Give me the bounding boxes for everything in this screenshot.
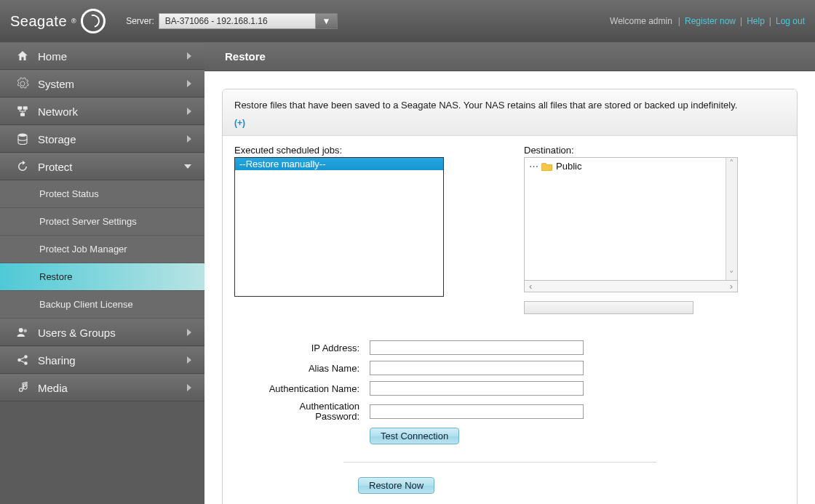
auth-name-label: Authentication Name: xyxy=(234,383,364,394)
home-icon xyxy=(16,49,29,63)
chevron-right-icon xyxy=(187,80,191,87)
ip-address-label: IP Address: xyxy=(234,343,364,353)
restore-panel: Restore files that have been saved to a … xyxy=(222,89,798,504)
server-select[interactable]: BA-371066 - 192.168.1.16 ▼ xyxy=(159,13,338,29)
sidebar-item-label: Users & Groups xyxy=(38,327,178,339)
users-icon xyxy=(16,326,29,339)
sidebar-item-label: Sharing xyxy=(38,354,178,367)
sidebar-subitem-label: Protect Status xyxy=(39,188,99,199)
destination-path-readout xyxy=(524,301,693,314)
auth-name-input[interactable] xyxy=(370,381,584,396)
sidebar-subitem-label: Protect Server Settings xyxy=(39,216,137,227)
sidebar-item-home[interactable]: Home xyxy=(0,42,204,70)
svg-rect-1 xyxy=(23,106,28,110)
tree-node-label: Public xyxy=(556,161,581,172)
panel-header: Restore files that have been saved to a … xyxy=(223,89,797,136)
sidebar-subitem-label: Restore xyxy=(39,271,73,282)
sidebar-subitem-protect-status[interactable]: Protect Status xyxy=(0,180,204,208)
brand-logo: Seagate® xyxy=(10,9,106,33)
sidebar-item-label: Storage xyxy=(38,133,178,145)
sidebar-subitem-label: Backup Client License xyxy=(39,299,133,310)
tree-node-public[interactable]: ⋯ Public xyxy=(529,161,721,172)
svg-point-8 xyxy=(24,361,28,365)
alias-name-input[interactable] xyxy=(370,361,584,375)
tree-vertical-scrollbar[interactable]: ˄ ˅ xyxy=(725,158,737,280)
svg-rect-0 xyxy=(17,106,22,110)
restore-now-button[interactable]: Restore Now xyxy=(358,477,434,494)
server-label: Server: xyxy=(126,16,154,26)
test-connection-button[interactable]: Test Connection xyxy=(370,428,459,444)
logout-link[interactable]: Log out xyxy=(776,16,805,26)
register-link[interactable]: Register now xyxy=(685,16,736,26)
sidebar-item-label: System xyxy=(38,78,178,90)
list-item-restore-manually[interactable]: --Restore manually-- xyxy=(235,158,443,170)
tree-horizontal-scrollbar[interactable]: ‹ › xyxy=(524,281,738,292)
page-title: Restore xyxy=(225,50,266,63)
sidebar-item-label: Protect xyxy=(38,161,175,173)
chevron-down-icon xyxy=(184,164,191,169)
top-links: Welcome admin | Register now | Help | Lo… xyxy=(610,16,805,26)
scheduled-jobs-listbox[interactable]: --Restore manually-- xyxy=(234,157,444,297)
page-title-bar: Restore xyxy=(204,42,815,71)
jobs-label: Executed scheduled jobs: xyxy=(234,145,444,156)
sidebar-subitem-label: Protect Job Manager xyxy=(39,244,127,255)
server-select-value: BA-371066 - 192.168.1.16 xyxy=(159,13,316,29)
svg-rect-2 xyxy=(20,113,25,116)
chevron-down-icon[interactable]: ▼ xyxy=(316,13,338,29)
gear-icon xyxy=(16,77,29,90)
sidebar-item-network[interactable]: Network xyxy=(0,97,204,125)
brand-name: Seagate xyxy=(10,13,67,30)
scroll-left-icon[interactable]: ‹ xyxy=(529,281,532,292)
sidebar-item-sharing[interactable]: Sharing xyxy=(0,346,204,374)
header-bar: Seagate® Server: BA-371066 - 192.168.1.1… xyxy=(0,0,815,42)
scroll-right-icon[interactable]: › xyxy=(730,281,733,292)
chevron-right-icon xyxy=(187,108,191,115)
ip-address-input[interactable] xyxy=(370,340,584,355)
panel-description: Restore files that have been saved to a … xyxy=(234,100,785,111)
auth-password-input[interactable] xyxy=(370,404,584,419)
expand-help-link[interactable]: (+) xyxy=(234,118,245,128)
destination-label: Destination: xyxy=(524,145,738,156)
chevron-right-icon xyxy=(187,135,191,143)
chevron-right-icon xyxy=(187,52,191,60)
sidebar-item-protect[interactable]: Protect xyxy=(0,153,204,180)
server-selector-block: Server: BA-371066 - 192.168.1.16 ▼ xyxy=(126,13,338,29)
network-icon xyxy=(16,105,29,118)
scroll-down-icon[interactable]: ˅ xyxy=(729,269,734,280)
sidebar-item-label: Home xyxy=(38,50,178,63)
auth-password-label: Authentication Password: xyxy=(234,401,364,422)
sidebar-item-users-groups[interactable]: Users & Groups xyxy=(0,319,204,346)
svg-point-5 xyxy=(24,329,28,333)
svg-point-4 xyxy=(19,328,23,332)
sidebar-subitem-protect-server-settings[interactable]: Protect Server Settings xyxy=(0,208,204,236)
sidebar-item-label: Media xyxy=(38,382,178,394)
sidebar-subitem-restore[interactable]: Restore xyxy=(0,263,204,291)
chevron-right-icon xyxy=(187,356,191,364)
welcome-text: Welcome admin xyxy=(610,16,672,26)
main-area: Restore Restore files that have been sav… xyxy=(204,42,815,504)
brand-spiral-icon xyxy=(81,9,106,33)
connection-form: IP Address: Alias Name: Authentication N… xyxy=(234,340,785,444)
panel-body: Executed scheduled jobs: --Restore manua… xyxy=(223,136,797,504)
svg-point-3 xyxy=(18,134,27,137)
tree-connector-icon: ⋯ xyxy=(529,161,538,172)
help-link[interactable]: Help xyxy=(747,16,765,26)
form-divider xyxy=(343,462,656,463)
chevron-right-icon xyxy=(187,329,191,336)
scroll-up-icon[interactable]: ˄ xyxy=(729,158,734,169)
sidebar-subitem-backup-client-license[interactable]: Backup Client License xyxy=(0,291,204,319)
svg-point-6 xyxy=(17,359,21,362)
alias-name-label: Alias Name: xyxy=(234,363,364,374)
chevron-right-icon xyxy=(187,384,191,391)
content-wrap: Restore files that have been saved to a … xyxy=(204,71,815,504)
share-icon xyxy=(16,353,29,367)
sidebar-item-media[interactable]: Media xyxy=(0,374,204,401)
sidebar-item-label: Network xyxy=(38,105,178,118)
sidebar: Home System Network Storage xyxy=(0,42,204,504)
svg-point-7 xyxy=(24,355,28,359)
sidebar-item-storage[interactable]: Storage xyxy=(0,125,204,153)
sidebar-subitem-protect-job-manager[interactable]: Protect Job Manager xyxy=(0,236,204,263)
sidebar-item-system[interactable]: System xyxy=(0,70,204,97)
folder-icon xyxy=(541,161,553,171)
destination-tree[interactable]: ⋯ Public ˄ ˅ xyxy=(524,157,738,281)
